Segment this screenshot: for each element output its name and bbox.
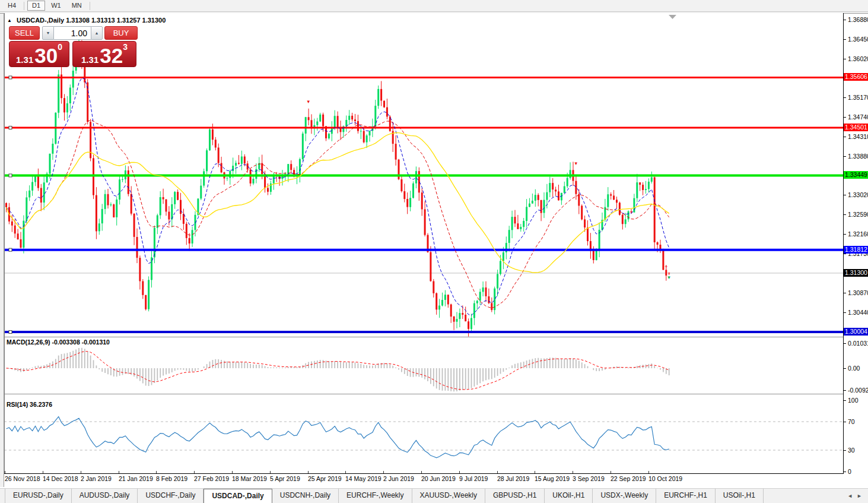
date-axis-label: 2 Jun 2019 [383,475,414,482]
line-handle [9,174,12,177]
date-axis-label: 26 Nov 2018 [5,475,40,482]
price-axis-label: 1.30440 [848,309,868,316]
sell-price-display[interactable]: 1.31 30 0 [9,41,69,67]
date-axis-label: 27 Feb 2019 [194,475,229,482]
trade-marker-icon: + [664,264,667,270]
current-price-badge: 1.31300 [844,269,868,277]
price-axis-label: 1.34310 [848,133,868,140]
timeframe-button-h4[interactable]: H4 [3,1,21,11]
chart-tab-ukoil-h1[interactable]: UKOil-,H1 [545,489,593,503]
trade-marker-icon: ▾ [667,274,670,280]
macd-scale-label: 0.00 [848,365,860,372]
volume-increase-button[interactable]: ▲ [91,26,103,40]
trade-panel-price-row: 1.31 30 0 1.31 32 3 [9,41,138,67]
price-axis-label: 1.36020 [848,55,868,62]
line-handle [9,248,12,251]
line-handle [9,331,12,334]
buy-price-display[interactable]: 1.31 32 3 [72,41,136,67]
chart-tab-usdcad-daily[interactable]: USDCAD-,Daily [204,489,272,503]
timeframe-button-d1[interactable]: D1 [27,1,45,11]
macd-indicator-label: MACD(12,26,9) -0.003308 -0.001310 [7,339,110,346]
macd-scale-label: 0.010311 [848,340,868,347]
chart-symbol-label: USDCAD-,Daily [17,17,64,24]
price-axis-label: 1.33880 [848,153,868,160]
price-axis-label: 1.35170 [848,94,868,101]
date-axis-label: 10 Oct 2019 [648,475,682,482]
price-axis-label: 1.32590 [848,211,868,218]
price-level-badge: 1.33449 [844,171,868,179]
price-axis-label: 1.31730 [848,250,868,257]
chart-tab-eurchf-weekly[interactable]: EURCHF-,Weekly [339,489,412,503]
chart-tab-eurchf-h1[interactable]: EURCHF-,H1 [656,489,716,503]
price-axis: 1.368801.364501.360201.351701.347401.343… [844,0,868,487]
line-handle [9,76,12,79]
trade-marker-icon: ▾ [574,160,577,166]
price-axis-label: 1.36880 [848,16,868,23]
chart-tab-usdx-weekly[interactable]: USDX-,Weekly [593,489,656,503]
price-level-badge: 1.34501 [844,124,868,131]
toolbar-separator [24,2,24,10]
date-axis-label: 22 Sep 2019 [611,475,646,482]
rsi-scale-label: 70 [848,418,855,425]
line-handle [9,126,12,129]
symbol-tab-bar: EURUSD-,DailyAUDUSD-,DailyUSDCHF-,DailyU… [0,488,868,503]
sell-price-big-digits: 30 [34,48,58,65]
trade-panel-top-row: SELL ▼ ▲ BUY [9,26,138,40]
symbol-tabs: EURUSD-,DailyAUDUSD-,DailyUSDCHF-,DailyU… [5,489,764,503]
one-click-trading-panel: SELL ▼ ▲ BUY 1.31 30 0 1.31 32 3 [9,26,138,67]
volume-decrease-button[interactable]: ▼ [42,26,54,40]
buy-price-prefix: 1.31 [81,55,98,65]
rsi-scale-label: 100 [848,397,859,404]
date-axis-label: 14 Dec 2018 [43,475,78,482]
price-axis-label: 1.33020 [848,191,868,198]
price-level-badge: 1.30004 [844,328,868,336]
date-axis-label: 28 Jul 2019 [497,475,529,482]
chart-tab-usdcnh-daily[interactable]: USDCNH-,Daily [272,489,339,503]
chart-tab-xauusd-weekly[interactable]: XAUUSD-,Weekly [412,489,485,503]
sell-price-prefix: 1.31 [16,55,33,65]
chart-tab-audusd-daily[interactable]: AUDUSD-,Daily [72,489,138,503]
price-level-badge: 1.31812 [844,246,868,254]
candlestick-chart[interactable]: ▾▾+▾ [4,13,844,476]
tab-scroll-left-icon[interactable]: ◄ [847,493,853,499]
tab-scroll-right-icon[interactable]: ► [857,493,862,499]
chart-tab-gbpusd-h1[interactable]: GBPUSD-,H1 [485,489,545,503]
date-axis-label: 25 Apr 2019 [308,475,342,482]
window-left-frame [0,12,4,487]
trade-marker-icon: ▾ [307,99,310,105]
tab-scroll-arrows: ◄ ► [847,489,862,503]
volume-input[interactable] [54,26,91,40]
date-axis-label: 5 Apr 2019 [270,475,300,482]
date-axis-label: 21 Jan 2019 [119,475,153,482]
price-axis-label: 1.32160 [848,230,868,238]
buy-price-big-digits: 32 [100,48,123,65]
buy-price-superscript: 3 [123,42,128,52]
date-axis-label: 8 Feb 2019 [156,475,187,482]
date-axis-label: 14 May 2019 [345,475,381,482]
chart-tab-usoil-h1[interactable]: USOil-,H1 [716,489,764,503]
rsi-scale-label: 30 [848,447,855,454]
chart-tab-eurusd-daily[interactable]: EURUSD-,Daily [5,489,72,503]
date-axis-label: 2 Jan 2019 [81,475,112,482]
price-axis-label: 1.30870 [848,289,868,296]
date-axis-label: 9 Jul 2019 [459,475,488,482]
timeframe-button-w1[interactable]: W1 [46,1,66,11]
sell-button[interactable]: SELL [9,26,40,40]
collapse-triangle-icon[interactable]: ▲ [7,18,12,23]
buy-button[interactable]: BUY [104,26,138,40]
chart-title: ▲ USDCAD-,Daily 1.31308 1.31313 1.31257 … [7,17,166,24]
macd-scale-label: -0.009203 [848,387,868,394]
chart-ohlc-values: 1.31308 1.31313 1.31257 1.31300 [66,17,166,24]
sell-price-superscript: 0 [58,42,62,52]
price-axis-label: 1.34740 [848,113,868,121]
price-level-badge: 1.35606 [844,73,868,81]
timeframe-toolbar: H4D1W1MN [0,0,868,12]
chart-tab-usdchf-daily[interactable]: USDCHF-,Daily [138,489,204,503]
rsi-scale-label: 0 [848,468,851,475]
date-axis-label: 18 Mar 2019 [232,475,267,482]
rsi-indicator-label: RSI(14) 36.2376 [7,401,52,408]
date-axis-label: 3 Sep 2019 [573,475,605,482]
date-axis-label: 15 Aug 2019 [535,475,570,482]
toolbar-separator [90,2,90,10]
timeframe-button-mn[interactable]: MN [67,1,87,11]
